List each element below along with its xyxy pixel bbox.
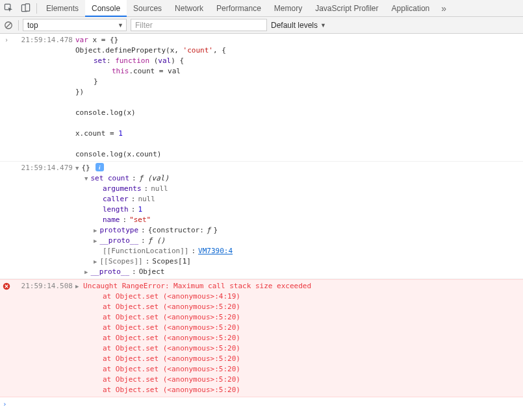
tab-elements[interactable]: Elements <box>40 0 85 17</box>
console-toolbar: top ▼ Default levels ▼ <box>0 17 523 34</box>
devtools-tabbar: Elements Console Sources Network Perform… <box>0 0 523 17</box>
inspect-element-icon[interactable] <box>0 0 17 17</box>
tab-jsprofiler[interactable]: JavaScript Profiler <box>309 0 385 17</box>
tab-sources[interactable]: Sources <box>127 0 168 17</box>
separator <box>18 20 19 31</box>
clear-console-icon[interactable] <box>3 19 14 31</box>
tab-performance[interactable]: Performance <box>210 0 268 17</box>
timestamp: 21:59:14.479 <box>13 163 75 173</box>
expand-icon[interactable] <box>75 163 79 173</box>
tab-application[interactable]: Application <box>385 0 437 17</box>
log-level-selector[interactable]: Default levels ▼ <box>271 21 326 30</box>
expand-icon[interactable] <box>94 256 97 267</box>
error-icon <box>3 282 10 290</box>
timestamp: 21:59:14.508 <box>13 281 75 291</box>
tab-memory[interactable]: Memory <box>268 0 309 17</box>
execution-context-selector[interactable]: top ▼ <box>23 19 127 31</box>
filter-input[interactable] <box>131 19 267 31</box>
console-entry-log: 21:59:14.479 {}i set count: ƒ (val) argu… <box>0 162 523 279</box>
expand-icon[interactable] <box>84 267 88 277</box>
log-level-value: Default levels <box>271 21 318 30</box>
expand-icon[interactable] <box>94 236 97 246</box>
code-block[interactable]: var x = {} Object.defineProperty(x, 'cou… <box>75 35 523 160</box>
dropdown-icon: ▼ <box>320 22 326 29</box>
tab-network[interactable]: Network <box>168 0 210 17</box>
separator <box>36 3 37 14</box>
expand-icon[interactable] <box>94 225 97 236</box>
dropdown-icon: ▼ <box>118 22 123 29</box>
tab-console[interactable]: Console <box>85 0 127 17</box>
console-entry-input: › 21:59:14.478 var x = {} Object.defineP… <box>0 34 523 162</box>
prompt-chevron-icon: › <box>3 400 7 408</box>
info-badge-icon[interactable]: i <box>96 163 104 171</box>
input-chevron-icon: › <box>5 36 8 43</box>
svg-line-4 <box>6 23 11 27</box>
console-entry-error: 21:59:14.508 Uncaught RangeError: Maximu… <box>0 279 523 397</box>
context-value: top <box>27 21 38 30</box>
error-message[interactable]: Uncaught RangeError: Maximum call stack … <box>75 281 523 395</box>
console-prompt[interactable]: › <box>0 397 523 410</box>
tabs-overflow-icon[interactable]: » <box>436 3 452 14</box>
device-toolbar-icon[interactable] <box>17 0 34 17</box>
source-link[interactable]: VM7390:4 <box>198 246 233 256</box>
object-preview[interactable]: {}i set count: ƒ (val) arguments: null c… <box>75 163 523 277</box>
timestamp: 21:59:14.478 <box>13 35 75 45</box>
expand-icon[interactable] <box>84 173 88 184</box>
svg-rect-2 <box>25 4 30 11</box>
expand-icon[interactable] <box>75 282 79 290</box>
